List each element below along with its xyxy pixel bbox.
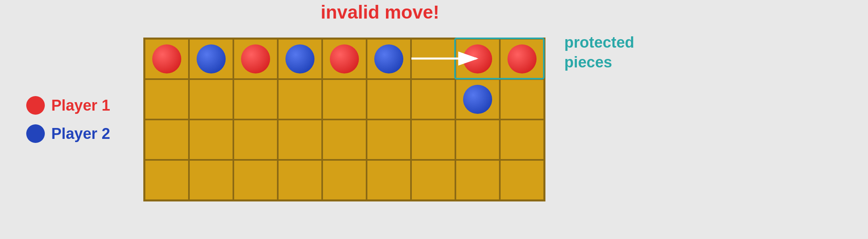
cell-r3-c1	[189, 160, 233, 200]
cell-r1-c6	[411, 79, 455, 120]
cell-r3-c2	[233, 160, 278, 200]
board-container: invalid move! protectedpieces	[143, 38, 545, 201]
cell-r2-c0	[145, 120, 189, 160]
piece-blue-r1-c7	[463, 85, 492, 114]
legend-player2: Player 2	[26, 124, 110, 143]
cell-r1-c7	[455, 79, 500, 120]
cell-r0-c7	[455, 39, 500, 79]
cell-r1-c1	[189, 79, 233, 120]
cell-r3-c4	[322, 160, 367, 200]
cell-r0-c2	[233, 39, 278, 79]
invalid-move-label: invalid move!	[321, 1, 439, 23]
legend-player1: Player 1	[26, 96, 110, 115]
piece-red-r0-c4	[330, 44, 359, 73]
cell-r1-c2	[233, 79, 278, 120]
piece-red-r0-c0	[152, 44, 181, 73]
piece-blue-r0-c3	[285, 44, 314, 73]
cell-r1-c3	[278, 79, 322, 120]
cell-r2-c8	[500, 120, 544, 160]
cell-r0-c5	[367, 39, 411, 79]
piece-red-r0-c2	[241, 44, 270, 73]
cell-r3-c3	[278, 160, 322, 200]
cell-r3-c5	[367, 160, 411, 200]
cell-r1-c4	[322, 79, 367, 120]
piece-red-r0-c8	[507, 44, 537, 73]
cell-r2-c3	[278, 120, 322, 160]
cell-r2-c7	[455, 120, 500, 160]
player2-label: Player 2	[51, 125, 110, 143]
cell-r0-c1	[189, 39, 233, 79]
cell-r0-c4	[322, 39, 367, 79]
cell-r1-c8	[500, 79, 544, 120]
cell-r1-c5	[367, 79, 411, 120]
cell-r0-c0	[145, 39, 189, 79]
scene: Player 1 Player 2 invalid move!	[10, 10, 858, 229]
cell-r2-c5	[367, 120, 411, 160]
player2-circle-icon	[26, 124, 45, 143]
piece-blue-r0-c5	[374, 44, 403, 73]
cell-r3-c7	[455, 160, 500, 200]
piece-red-r0-c7	[463, 44, 492, 73]
player1-circle-icon	[26, 96, 45, 115]
cell-r0-c8	[500, 39, 544, 79]
cell-r3-c8	[500, 160, 544, 200]
cell-r1-c0	[145, 79, 189, 120]
game-board	[143, 38, 545, 201]
cell-r0-c6	[411, 39, 455, 79]
player1-label: Player 1	[51, 97, 110, 114]
piece-blue-r0-c1	[197, 44, 226, 73]
cell-r2-c1	[189, 120, 233, 160]
cell-r3-c0	[145, 160, 189, 200]
cell-r2-c4	[322, 120, 367, 160]
cell-r2-c6	[411, 120, 455, 160]
protected-pieces-label: protectedpieces	[564, 33, 634, 73]
legend: Player 1 Player 2	[26, 96, 110, 143]
cell-r0-c3	[278, 39, 322, 79]
cell-r2-c2	[233, 120, 278, 160]
cell-r3-c6	[411, 160, 455, 200]
